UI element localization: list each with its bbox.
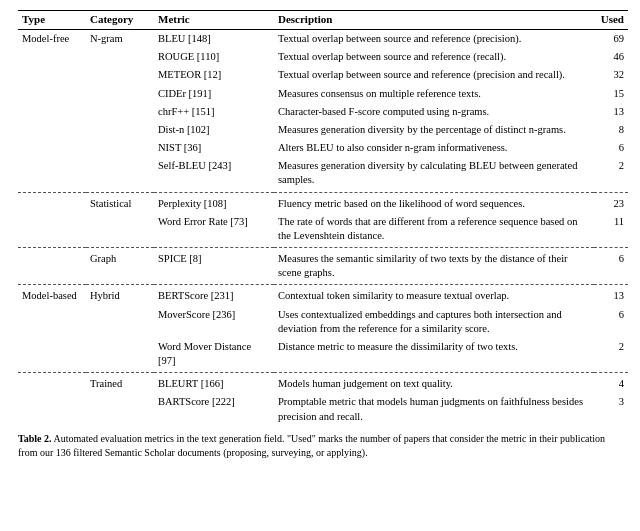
table-row: BARTScore [222]Promptable metric that mo… — [18, 393, 628, 425]
cell-type — [18, 48, 86, 66]
table-row: ROUGE [110]Textual overlap between sourc… — [18, 48, 628, 66]
cell-used: 6 — [594, 139, 628, 157]
cell-metric: SPICE [8] — [154, 248, 274, 285]
cell-description: Textual overlap between source and refer… — [274, 66, 594, 84]
cell-used: 13 — [594, 285, 628, 306]
col-header-category: Category — [86, 11, 154, 30]
cell-used: 6 — [594, 248, 628, 285]
cell-type — [18, 213, 86, 248]
cell-category: Statistical — [86, 192, 154, 213]
cell-category: Trained — [86, 373, 154, 394]
cell-description: Uses contextualized embeddings and captu… — [274, 306, 594, 338]
cell-type — [18, 373, 86, 394]
cell-metric: Word Mover Distance [97] — [154, 338, 274, 373]
cell-description: Models human judgement on text quality. — [274, 373, 594, 394]
cell-description: Measures generation diversity by the per… — [274, 121, 594, 139]
cell-used: 13 — [594, 103, 628, 121]
cell-metric: BARTScore [222] — [154, 393, 274, 425]
cell-description: Fluency metric based on the likelihood o… — [274, 192, 594, 213]
cell-description: Contextual token similarity to measure t… — [274, 285, 594, 306]
cell-metric: BERTScore [231] — [154, 285, 274, 306]
cell-description: Measures the semantic similarity of two … — [274, 248, 594, 285]
col-header-used: Used — [594, 11, 628, 30]
col-header-type: Type — [18, 11, 86, 30]
table-row: GraphSPICE [8]Measures the semantic simi… — [18, 248, 628, 285]
cell-used: 6 — [594, 306, 628, 338]
cell-category — [86, 85, 154, 103]
table-row: chrF++ [151]Character-based F-score comp… — [18, 103, 628, 121]
cell-description: Alters BLEU to also consider n-gram info… — [274, 139, 594, 157]
table-row: MoverScore [236]Uses contextualized embe… — [18, 306, 628, 338]
cell-metric: NIST [36] — [154, 139, 274, 157]
cell-metric: MoverScore [236] — [154, 306, 274, 338]
table-row: Model-freeN-gramBLEU [148]Textual overla… — [18, 30, 628, 49]
cell-used: 23 — [594, 192, 628, 213]
cell-description: Promptable metric that models human judg… — [274, 393, 594, 425]
col-header-description: Description — [274, 11, 594, 30]
cell-used: 8 — [594, 121, 628, 139]
cell-used: 69 — [594, 30, 628, 49]
cell-category — [86, 103, 154, 121]
cell-used: 32 — [594, 66, 628, 84]
table-row: NIST [36]Alters BLEU to also consider n-… — [18, 139, 628, 157]
cell-category: Hybrid — [86, 285, 154, 306]
cell-description: Distance metric to measure the dissimila… — [274, 338, 594, 373]
cell-type — [18, 338, 86, 373]
table-row: TrainedBLEURT [166]Models human judgemen… — [18, 373, 628, 394]
cell-category — [86, 139, 154, 157]
cell-metric: Word Error Rate [73] — [154, 213, 274, 248]
cell-category — [86, 121, 154, 139]
cell-category — [86, 157, 154, 192]
cell-description: Textual overlap between source and refer… — [274, 48, 594, 66]
cell-metric: BLEU [148] — [154, 30, 274, 49]
cell-metric: chrF++ [151] — [154, 103, 274, 121]
table-row: Self-BLEU [243]Measures generation diver… — [18, 157, 628, 192]
cell-used: 46 — [594, 48, 628, 66]
cell-type — [18, 248, 86, 285]
cell-type: Model-free — [18, 30, 86, 49]
cell-metric: METEOR [12] — [154, 66, 274, 84]
table-row: METEOR [12]Textual overlap between sourc… — [18, 66, 628, 84]
cell-description: Character-based F-score computed using n… — [274, 103, 594, 121]
cell-metric: Dist-n [102] — [154, 121, 274, 139]
cell-type — [18, 103, 86, 121]
cell-category — [86, 213, 154, 248]
table-row: Dist-n [102]Measures generation diversit… — [18, 121, 628, 139]
table-caption: Table 2. Automated evaluation metrics in… — [18, 432, 622, 461]
cell-category — [86, 66, 154, 84]
table-row: CIDEr [191]Measures consensus on multipl… — [18, 85, 628, 103]
cell-type: Model-based — [18, 285, 86, 306]
cell-metric: Self-BLEU [243] — [154, 157, 274, 192]
table-row: Word Mover Distance [97]Distance metric … — [18, 338, 628, 373]
caption-label: Table 2. — [18, 433, 52, 444]
cell-metric: ROUGE [110] — [154, 48, 274, 66]
caption-text: Automated evaluation metrics in the text… — [18, 433, 605, 459]
cell-type — [18, 85, 86, 103]
cell-used: 2 — [594, 157, 628, 192]
cell-type — [18, 121, 86, 139]
cell-description: Measures consensus on multiple reference… — [274, 85, 594, 103]
cell-type — [18, 139, 86, 157]
cell-used: 2 — [594, 338, 628, 373]
table-row: Word Error Rate [73]The rate of words th… — [18, 213, 628, 248]
cell-used: 3 — [594, 393, 628, 425]
cell-type — [18, 393, 86, 425]
cell-metric: CIDEr [191] — [154, 85, 274, 103]
cell-description: Measures generation diversity by calcula… — [274, 157, 594, 192]
cell-category — [86, 393, 154, 425]
cell-used: 4 — [594, 373, 628, 394]
col-header-metric: Metric — [154, 11, 274, 30]
cell-category — [86, 306, 154, 338]
cell-category — [86, 48, 154, 66]
cell-metric: Perplexity [108] — [154, 192, 274, 213]
table-row: StatisticalPerplexity [108]Fluency metri… — [18, 192, 628, 213]
cell-metric: BLEURT [166] — [154, 373, 274, 394]
cell-description: The rate of words that are different fro… — [274, 213, 594, 248]
cell-type — [18, 306, 86, 338]
cell-type — [18, 157, 86, 192]
cell-description: Textual overlap between source and refer… — [274, 30, 594, 49]
cell-type — [18, 66, 86, 84]
cell-category — [86, 338, 154, 373]
cell-used: 15 — [594, 85, 628, 103]
cell-category: N-gram — [86, 30, 154, 49]
